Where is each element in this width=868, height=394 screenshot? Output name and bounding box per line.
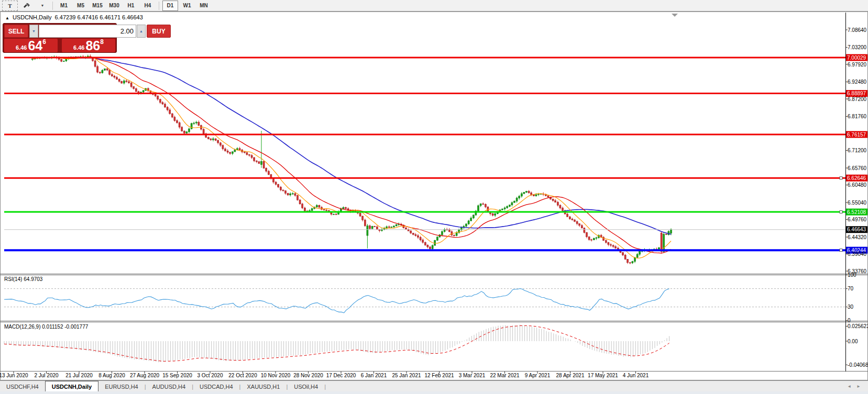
svg-text:13 Jun 2020: 13 Jun 2020 xyxy=(0,373,28,378)
svg-text:27 Aug 2020: 27 Aug 2020 xyxy=(130,373,160,378)
buy-button[interactable]: BUY xyxy=(147,25,171,38)
svg-text:0.025623: 0.025623 xyxy=(848,323,868,329)
tab-xauusd-h1[interactable]: XAUUSD,H1 xyxy=(240,381,286,392)
svg-text:6.49760: 6.49760 xyxy=(848,217,867,222)
timeframe-h4[interactable]: H4 xyxy=(140,1,156,11)
svg-text:30: 30 xyxy=(848,304,854,310)
tab-audusd-h4[interactable]: AUDUSD,H4 xyxy=(146,381,192,392)
svg-text:7.03200: 7.03200 xyxy=(848,44,867,50)
arrange-charts-icon xyxy=(23,3,30,9)
arrange-charts-button[interactable] xyxy=(19,1,35,11)
symbol-label: USDCNH,Daily xyxy=(13,14,52,20)
volume-increase-button[interactable]: ▲ xyxy=(137,25,146,38)
tab-usdcnh-daily-active[interactable]: USDCNH,Daily xyxy=(45,381,98,392)
svg-text:22 Oct 2020: 22 Oct 2020 xyxy=(228,373,257,378)
svg-text:2 Jul 2020: 2 Jul 2020 xyxy=(34,373,59,378)
svg-text:28 Nov 2020: 28 Nov 2020 xyxy=(293,373,323,378)
buy-price-prefix: 6.46 xyxy=(73,44,84,52)
chart-canvas[interactable]: 7.000296.888976.761576.626466.521086.466… xyxy=(0,0,868,394)
buy-price-pipette: 8 xyxy=(100,39,104,44)
svg-text:6.65760: 6.65760 xyxy=(848,165,867,171)
timeframe-m1[interactable]: M1 xyxy=(56,1,72,11)
svg-text:17 May 2021: 17 May 2021 xyxy=(588,373,618,378)
tab-scroll-right-icon[interactable]: ► xyxy=(856,384,861,389)
svg-text:7.08640: 7.08640 xyxy=(848,27,867,33)
svg-text:6.52108: 6.52108 xyxy=(847,209,866,215)
macd-label: MACD(12,26,9) 0.011152 -0.001777 xyxy=(4,324,88,330)
svg-text:-0.040687: -0.040687 xyxy=(848,362,868,368)
svg-text:17 Dec 2020: 17 Dec 2020 xyxy=(326,373,356,378)
sell-price-big: 64 xyxy=(28,40,42,52)
svg-text:6.87200: 6.87200 xyxy=(848,96,867,102)
svg-text:25 Jan 2021: 25 Jan 2021 xyxy=(392,373,421,378)
tab-usdchf-h4[interactable]: USDCHF,H4 xyxy=(0,381,45,392)
svg-text:7.00029: 7.00029 xyxy=(847,55,866,61)
timeframe-m5[interactable]: M5 xyxy=(73,1,89,11)
svg-text:6.71200: 6.71200 xyxy=(848,148,867,153)
svg-text:10 Nov 2020: 10 Nov 2020 xyxy=(261,373,291,378)
svg-text:3 Mar 2021: 3 Mar 2021 xyxy=(459,373,486,378)
timeframe-w1[interactable]: W1 xyxy=(179,1,195,11)
tab-usdcad-h4[interactable]: USDCAD,H4 xyxy=(193,381,239,392)
sell-button[interactable]: SELL xyxy=(4,25,28,38)
sell-price-display[interactable]: 6.46 64 6 xyxy=(4,39,58,52)
volume-input[interactable] xyxy=(39,25,136,38)
svg-text:21 Jul 2020: 21 Jul 2020 xyxy=(65,373,93,378)
ohlc-values: 6.47239 6.47416 6.46171 6.46643 xyxy=(55,14,143,20)
svg-text:0.00: 0.00 xyxy=(848,339,858,344)
tab-scroll-left-icon[interactable]: ◄ xyxy=(847,384,851,389)
rsi-label: RSI(14) 64.9703 xyxy=(4,276,42,282)
svg-text:6.76157: 6.76157 xyxy=(847,132,866,138)
chart-frame xyxy=(0,12,868,394)
tab-divider: | xyxy=(324,381,326,392)
toolbar-separator xyxy=(52,2,53,10)
chart-title: ▲USDCNH,Daily 6.47239 6.47416 6.46171 6.… xyxy=(5,14,143,20)
svg-text:100: 100 xyxy=(848,272,856,278)
svg-text:6.39040: 6.39040 xyxy=(848,251,867,257)
collapse-triangle-icon[interactable]: ▲ xyxy=(5,16,9,20)
sell-price-pipette: 6 xyxy=(42,39,46,44)
svg-text:6.44320: 6.44320 xyxy=(848,234,867,240)
timeframe-d1-active[interactable]: D1 xyxy=(162,1,178,11)
volume-stepper: ▼ ▲ xyxy=(29,25,146,38)
svg-text:6.88897: 6.88897 xyxy=(847,91,866,96)
toolbar-separator xyxy=(159,2,159,10)
buy-price-display[interactable]: 6.46 86 8 xyxy=(62,39,115,52)
tab-usoil-h4[interactable]: USOil,H4 xyxy=(288,381,324,392)
svg-text:4 Jun 2021: 4 Jun 2021 xyxy=(623,373,649,378)
svg-text:6.60480: 6.60480 xyxy=(848,182,867,188)
svg-text:3 Oct 2020: 3 Oct 2020 xyxy=(197,373,223,378)
status-bar xyxy=(0,391,868,394)
svg-text:15 Sep 2020: 15 Sep 2020 xyxy=(162,373,192,378)
sell-price-prefix: 6.46 xyxy=(16,44,27,52)
svg-text:22 Mar 2021: 22 Mar 2021 xyxy=(490,373,520,378)
timeframe-m15[interactable]: M15 xyxy=(90,1,105,11)
svg-text:8 Aug 2020: 8 Aug 2020 xyxy=(98,373,125,378)
top-toolbar: T ▼ M1 M5 M15 M30 H1 H4 D1 W1 MN xyxy=(0,0,868,12)
buy-price-big: 86 xyxy=(85,40,100,52)
text-tool-button[interactable]: T xyxy=(2,1,18,11)
svg-text:6.81760: 6.81760 xyxy=(848,114,867,119)
svg-text:12 Feb 2021: 12 Feb 2021 xyxy=(424,373,454,378)
svg-text:6.97920: 6.97920 xyxy=(848,62,867,67)
svg-text:0: 0 xyxy=(848,318,851,323)
chart-tab-bar: USDCHF,H4 USDCNH,Daily EURUSD,H4 | AUDUS… xyxy=(0,380,868,392)
timeframe-mn[interactable]: MN xyxy=(196,1,212,11)
volume-decrease-button[interactable]: ▼ xyxy=(29,25,38,38)
timeframe-m30[interactable]: M30 xyxy=(106,1,122,11)
svg-text:70: 70 xyxy=(848,286,854,291)
svg-text:6.92480: 6.92480 xyxy=(848,79,867,85)
svg-text:6 Jan 2021: 6 Jan 2021 xyxy=(361,373,387,378)
svg-text:28 Apr 2021: 28 Apr 2021 xyxy=(556,373,585,378)
svg-text:6.62646: 6.62646 xyxy=(847,175,866,181)
timeframe-h1[interactable]: H1 xyxy=(123,1,139,11)
one-click-trading-panel: SELL ▼ ▲ BUY 6.46 64 6 6.46 86 8 xyxy=(3,23,117,53)
svg-text:6.55040: 6.55040 xyxy=(848,200,867,206)
chart-tool-dropdown[interactable]: ▼ xyxy=(36,1,49,11)
tab-eurusd-h4[interactable]: EURUSD,H4 xyxy=(98,381,145,392)
svg-text:9 Apr 2021: 9 Apr 2021 xyxy=(525,373,551,378)
svg-text:6.46643: 6.46643 xyxy=(847,227,866,232)
